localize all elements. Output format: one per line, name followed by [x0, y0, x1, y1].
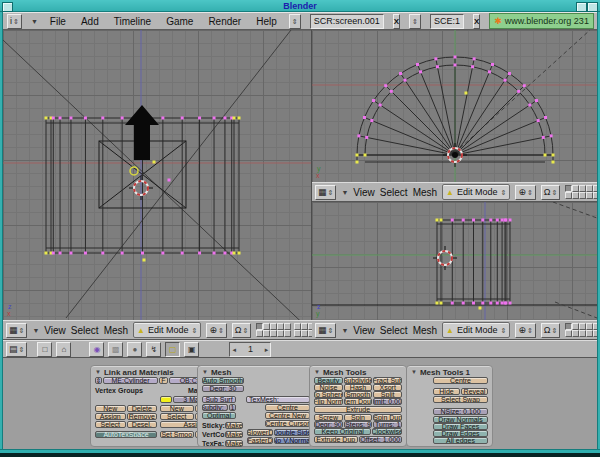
spin-button[interactable]: Spin — [344, 414, 373, 421]
texmesh-field[interactable]: TexMesh: — [246, 396, 310, 403]
screen-selector[interactable]: SCR:screen.001 — [310, 14, 384, 29]
realtime-buttons-icon[interactable]: ↯ — [146, 342, 161, 357]
mesh-browse-button[interactable]: ⇕ — [95, 377, 102, 384]
viewport-type-button[interactable]: ▦ ⇕ — [315, 185, 336, 200]
limit-field[interactable]: Limit: 0.001 — [373, 398, 402, 405]
vgroup-delete-button[interactable]: Delete — [127, 405, 158, 412]
draw-edges-toggle[interactable]: Draw Edges — [433, 430, 488, 437]
extrude-dup-button[interactable]: Extrude Dup — [314, 436, 358, 443]
menu-mesh[interactable]: Mesh — [413, 325, 437, 336]
spin-turns-field[interactable]: Turns: 1 — [373, 421, 402, 428]
panel-header[interactable]: ▼ Mesh Tools — [314, 367, 402, 377]
menu-add[interactable]: Add — [78, 16, 102, 27]
layer-toggle[interactable] — [579, 192, 586, 199]
viewport-side[interactable]: z y — [312, 202, 597, 320]
panel-header[interactable]: ▼ Mesh Tools 1 — [411, 367, 488, 377]
viewport-type-button[interactable]: ▦ ⇕ — [6, 323, 27, 338]
fullscreen-button[interactable]: □ — [37, 342, 52, 357]
vgroup-assign-button[interactable]: Assign — [95, 413, 126, 420]
noise-button[interactable]: Noise — [314, 384, 343, 391]
layer-toggle[interactable] — [593, 330, 597, 337]
fake-user-button[interactable]: F — [159, 377, 168, 384]
draw-type-button[interactable]: ⊕ ⇕ — [515, 185, 535, 200]
menu-file[interactable]: File — [47, 16, 69, 27]
layer-toggle[interactable] — [579, 185, 586, 192]
layer-toggle[interactable] — [593, 192, 597, 199]
rotation-pivot-button[interactable]: Ω ⇕ — [232, 323, 252, 338]
window-type-button[interactable]: i ⇕ — [7, 14, 22, 29]
layer-toggle[interactable] — [565, 330, 572, 337]
mode-dropdown[interactable]: ▲ Edit Mode ⇕ — [133, 322, 201, 338]
layer-toggle[interactable] — [579, 323, 586, 330]
menu-collapse-icon[interactable]: ▼ — [31, 18, 38, 25]
viewport-type-button[interactable]: ▦ ⇕ — [315, 323, 336, 338]
menu-view[interactable]: View — [353, 325, 375, 336]
minimize-icon[interactable] — [576, 2, 587, 12]
slowerdraw-button[interactable]: SlowerD — [247, 429, 273, 436]
material-color-swatch[interactable] — [160, 396, 172, 403]
layer-toggle[interactable] — [572, 330, 579, 337]
sub-surf-button[interactable]: Sub Surf — [202, 396, 236, 403]
prev-frame-icon[interactable]: ◂ — [232, 346, 236, 353]
frame-counter[interactable]: ◂ 1 ▸ — [229, 342, 271, 357]
vertcol-make-button[interactable]: Make — [225, 431, 243, 438]
layer-toggle[interactable] — [256, 330, 263, 337]
set-smooth-button[interactable]: Set Smoo — [160, 431, 194, 438]
header-collapse-icon[interactable]: ▼ — [32, 327, 39, 334]
layer-toggle[interactable] — [284, 323, 291, 330]
material-new-button[interactable]: New — [160, 405, 194, 412]
hide-button[interactable]: Hide — [433, 388, 460, 395]
rotation-pivot-button[interactable]: Ω ⇕ — [541, 323, 561, 338]
display-buttons-icon[interactable]: ▩ — [108, 342, 123, 357]
layer-toggle[interactable] — [565, 323, 572, 330]
layer-toggle[interactable] — [284, 330, 291, 337]
menu-game[interactable]: Game — [163, 16, 196, 27]
menu-select[interactable]: Select — [71, 325, 99, 336]
layer-toggle[interactable] — [301, 323, 308, 330]
layer-toggle[interactable] — [586, 185, 593, 192]
screen-close-button[interactable]: X — [393, 14, 400, 29]
panel-header[interactable]: ▼ Mesh — [202, 367, 308, 377]
window-menu-icon[interactable] — [2, 2, 13, 12]
scene-buttons-icon[interactable]: ▣ — [184, 342, 199, 357]
spin-steps-field[interactable]: Steps: 9 — [344, 421, 373, 428]
title-bar[interactable]: Blender — [0, 0, 600, 12]
layer-toggle[interactable] — [256, 323, 263, 330]
edit-buttons-icon[interactable]: ▢ — [165, 342, 180, 357]
material-buttons-icon[interactable]: ● — [127, 342, 142, 357]
menu-timeline[interactable]: Timeline — [111, 16, 154, 27]
centre-new-button[interactable]: Centre New — [265, 412, 310, 419]
home-button[interactable]: ⌂ — [56, 342, 71, 357]
scene-browse-button[interactable]: ⇕ — [409, 14, 421, 29]
draw-type-button[interactable]: ⊕ ⇕ — [206, 323, 226, 338]
layer-toggle[interactable] — [270, 330, 277, 337]
layer-toggle[interactable] — [294, 330, 301, 337]
menu-render[interactable]: Render — [205, 16, 244, 27]
screen-browse-button[interactable]: ⇕ — [289, 14, 301, 29]
sticky-make-button[interactable]: Make — [225, 422, 243, 429]
menu-mesh[interactable]: Mesh — [104, 325, 128, 336]
beauty-toggle[interactable]: Beauty — [314, 377, 343, 384]
clockwise-toggle[interactable]: Clockwise — [372, 428, 402, 435]
autotexspace-button[interactable]: AutoTexSpace — [95, 431, 157, 438]
header-collapse-icon[interactable]: ▼ — [341, 327, 348, 334]
xsort-button[interactable]: Xsort — [373, 384, 402, 391]
menu-select[interactable]: Select — [380, 325, 408, 336]
fasterdraw-button[interactable]: FasterD — [247, 437, 273, 444]
texface-make-button[interactable]: Make — [225, 440, 243, 447]
layer-toggle[interactable] — [565, 185, 572, 192]
vgroup-new-button[interactable]: New — [95, 405, 126, 412]
rotation-pivot-button[interactable]: Ω ⇕ — [541, 185, 561, 200]
menu-view[interactable]: View — [44, 325, 66, 336]
scene-selector[interactable]: SCE:1 — [430, 14, 464, 29]
select-swap-button[interactable]: Select Swap — [433, 396, 488, 403]
hash-button[interactable]: Hash — [344, 384, 373, 391]
all-edges-toggle[interactable]: All edges — [433, 437, 488, 444]
menu-select[interactable]: Select — [380, 187, 408, 198]
buttons-window-type-button[interactable]: ▤ ⇕ — [6, 342, 27, 357]
extrude-button[interactable]: Extrude — [314, 406, 402, 413]
viewport-front[interactable]: z x — [3, 30, 312, 320]
draw-faces-toggle[interactable]: Draw Faces — [433, 423, 488, 430]
offset-field[interactable]: Offset: 1.000 — [359, 436, 403, 443]
keep-original-toggle[interactable]: Keep Original — [314, 428, 371, 435]
